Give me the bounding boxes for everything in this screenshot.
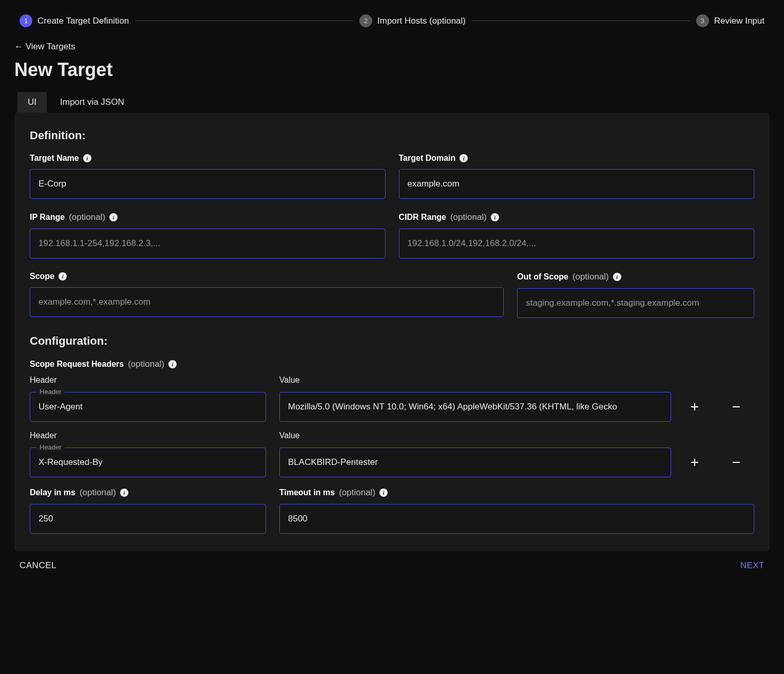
header-col-label: Header (30, 431, 266, 440)
cidr-range-optional: (optional) (450, 212, 487, 222)
step-label-3: Review Input (714, 16, 764, 26)
next-button[interactable]: NEXT (740, 560, 764, 571)
step-1[interactable]: 1 Create Target Definition (20, 14, 129, 27)
add-header-button[interactable] (684, 397, 705, 417)
target-name-label: Target Name (30, 154, 79, 163)
back-link[interactable]: ← View Targets (14, 42, 75, 52)
definition-title: Definition: (30, 129, 754, 142)
value-col-label: Value (279, 431, 671, 440)
field-target-domain: Target Domain i (399, 154, 755, 199)
info-icon[interactable]: i (168, 360, 177, 368)
header-name-field: Header (30, 447, 266, 477)
info-icon[interactable]: i (59, 272, 67, 280)
cidr-range-input[interactable] (399, 229, 755, 258)
step-connector (135, 21, 353, 21)
footer: CANCEL NEXT (14, 560, 770, 571)
tab-ui[interactable]: UI (17, 92, 47, 113)
step-3[interactable]: 3 Review Input (696, 14, 764, 27)
headers-label: Scope Request Headers (30, 360, 124, 369)
header-value-field (279, 392, 671, 422)
page-title: New Target (14, 59, 770, 81)
scope-label: Scope (30, 272, 54, 281)
header-value-input[interactable] (280, 448, 671, 477)
timeout-input[interactable] (279, 504, 754, 534)
info-icon[interactable]: i (109, 213, 118, 221)
plus-icon (690, 402, 700, 412)
step-label-1: Create Target Definition (37, 16, 129, 26)
step-circle-3: 3 (696, 14, 709, 27)
header-col-label: Header (30, 376, 266, 385)
out-of-scope-label: Out of Scope (517, 272, 568, 282)
minus-icon (731, 402, 741, 412)
remove-header-button[interactable] (726, 452, 747, 473)
step-circle-2: 2 (359, 14, 372, 27)
cancel-button[interactable]: CANCEL (20, 560, 56, 571)
out-of-scope-optional: (optional) (572, 272, 609, 282)
value-col-label: Value (279, 376, 671, 385)
target-name-input[interactable] (30, 169, 386, 199)
timeout-label: Timeout in ms (279, 488, 335, 497)
field-delay: Delay in ms (optional) i (30, 488, 266, 534)
add-header-button[interactable] (684, 452, 705, 473)
configuration-title: Configuration: (30, 334, 754, 348)
delay-label: Delay in ms (30, 488, 75, 497)
header-name-input[interactable] (30, 392, 265, 421)
info-icon[interactable]: i (460, 154, 468, 162)
info-icon[interactable]: i (120, 489, 128, 497)
ip-range-input[interactable] (30, 229, 386, 258)
info-icon[interactable]: i (613, 273, 621, 281)
header-legend: Header (36, 388, 65, 396)
target-domain-input[interactable] (399, 169, 755, 199)
timeout-optional: (optional) (339, 488, 375, 498)
step-circle-1: 1 (20, 14, 32, 27)
field-cidr-range: CIDR Range (optional) i (399, 212, 755, 258)
plus-icon (690, 457, 700, 467)
step-2[interactable]: 2 Import Hosts (optional) (359, 14, 466, 27)
header-name-field: Header (30, 392, 266, 422)
header-name-input[interactable] (30, 448, 265, 477)
field-scope: Scope i (30, 272, 504, 318)
info-icon[interactable]: i (379, 489, 388, 497)
info-icon[interactable]: i (491, 213, 499, 221)
stepper: 1 Create Target Definition 2 Import Host… (14, 14, 770, 27)
field-target-name: Target Name i (30, 154, 386, 199)
scope-input[interactable] (30, 287, 504, 317)
step-connector (472, 21, 690, 21)
field-out-of-scope: Out of Scope (optional) i (517, 272, 754, 318)
target-domain-label: Target Domain (399, 154, 456, 163)
header-value-input[interactable] (280, 392, 671, 421)
ip-range-label: IP Range (30, 213, 65, 222)
form-panel: Definition: Target Name i Target Domain … (14, 113, 770, 551)
remove-header-button[interactable] (726, 397, 747, 417)
field-ip-range: IP Range (optional) i (30, 212, 386, 258)
info-icon[interactable]: i (83, 154, 91, 162)
tabs: UI Import via JSON (14, 92, 770, 113)
delay-optional: (optional) (80, 488, 116, 498)
tab-import-json[interactable]: Import via JSON (50, 92, 135, 113)
field-timeout: Timeout in ms (optional) i (279, 488, 754, 534)
ip-range-optional: (optional) (69, 212, 105, 222)
cidr-range-label: CIDR Range (399, 213, 446, 222)
delay-input[interactable] (30, 504, 266, 534)
headers-optional: (optional) (128, 359, 164, 369)
header-value-field (279, 447, 671, 477)
minus-icon (731, 457, 741, 467)
header-legend: Header (36, 443, 65, 451)
step-label-2: Import Hosts (optional) (377, 16, 466, 26)
out-of-scope-input[interactable] (517, 288, 754, 318)
